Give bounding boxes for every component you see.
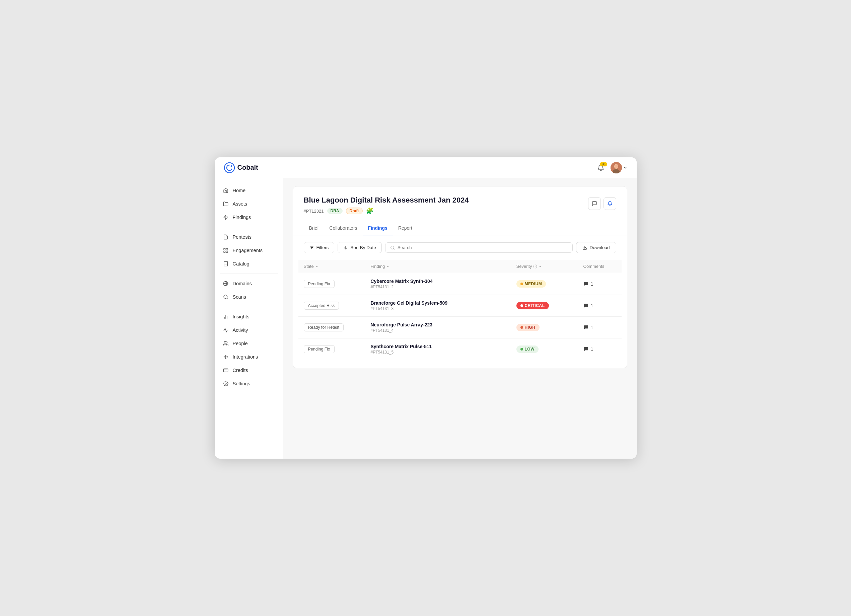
sidebar-label-pentests: Pentests xyxy=(233,234,251,240)
tabs: Brief Collaborators Findings Report xyxy=(293,221,627,235)
cell-comments: 1 xyxy=(578,273,622,295)
sort-label: Sort By Date xyxy=(350,245,376,250)
sidebar-item-insights[interactable]: Insights xyxy=(215,310,283,323)
alert-button[interactable] xyxy=(603,197,616,210)
severity-badge: CRITICAL xyxy=(516,302,549,310)
sidebar-item-domains[interactable]: Domains xyxy=(215,277,283,290)
tab-brief[interactable]: Brief xyxy=(304,221,324,235)
comment-button[interactable] xyxy=(588,197,601,210)
state-badge: Accepted Risk xyxy=(304,302,339,310)
sidebar-item-catalog[interactable]: Catalog xyxy=(215,257,283,270)
severity-sort-icon xyxy=(538,265,542,268)
table-row[interactable]: Ready for Retest Neuroforge Pulse Array-… xyxy=(298,317,622,338)
sidebar-item-home[interactable]: Home xyxy=(215,184,283,197)
notifications-button[interactable]: 98 xyxy=(596,163,606,173)
sidebar-item-people[interactable]: People xyxy=(215,337,283,350)
home-icon xyxy=(223,188,229,194)
cell-comments: 1 xyxy=(578,317,622,338)
severity-dot xyxy=(520,348,523,350)
table-row[interactable]: Accepted Risk Braneforge Gel Digital Sys… xyxy=(298,295,622,317)
table-header: State Finding xyxy=(298,260,622,273)
svg-rect-8 xyxy=(226,248,228,250)
findings-table: State Finding xyxy=(298,260,622,360)
finding-name: Synthcore Matrix Pulse-511 xyxy=(371,344,506,349)
sidebar-label-findings: Findings xyxy=(233,215,251,220)
severity-badge: MEDIUM xyxy=(516,280,546,288)
comment-bubble-icon xyxy=(583,303,589,308)
cell-severity: CRITICAL xyxy=(511,295,578,317)
project-title: Blue Lagoon Digital Risk Assessment Jan … xyxy=(304,196,616,204)
download-icon xyxy=(582,245,587,250)
severity-dot xyxy=(520,326,523,329)
comment-bubble-icon xyxy=(583,325,589,330)
sidebar-label-catalog: Catalog xyxy=(233,261,250,266)
severity-info-icon xyxy=(533,264,537,269)
sidebar-label-integrations: Integrations xyxy=(233,354,258,359)
card-actions xyxy=(588,197,616,210)
sidebar-item-engagements[interactable]: Engagements xyxy=(215,244,283,257)
sidebar-item-assets[interactable]: Assets xyxy=(215,198,283,210)
finding-id: #PT54131_4 xyxy=(371,328,506,333)
project-meta: #PT12321 DRA Draft 🧩 xyxy=(304,207,616,215)
cell-severity: MEDIUM xyxy=(511,273,578,295)
sidebar-item-settings[interactable]: Settings xyxy=(215,377,283,390)
findings-tbody: Pending Fix Cybercore Matrix Synth-304 #… xyxy=(298,273,622,360)
sidebar-item-pentests[interactable]: Pentests xyxy=(215,231,283,243)
cell-state: Ready for Retest xyxy=(298,317,365,338)
filters-button[interactable]: Filters xyxy=(304,242,335,253)
domains-icon xyxy=(223,281,229,287)
comment-icon xyxy=(592,201,597,206)
comment-bubble-icon xyxy=(583,281,589,287)
table-row[interactable]: Pending Fix Synthcore Matrix Pulse-511 #… xyxy=(298,338,622,360)
comments-cell: 1 xyxy=(583,347,616,352)
search-input[interactable] xyxy=(397,245,568,250)
sort-button[interactable]: Sort By Date xyxy=(338,242,382,253)
sidebar-label-assets: Assets xyxy=(233,201,248,207)
download-button[interactable]: Download xyxy=(576,242,616,253)
cell-state: Pending Fix xyxy=(298,338,365,360)
integrations-icon xyxy=(223,354,229,360)
main-layout: Home Assets Findings xyxy=(215,178,637,459)
avatar-button[interactable] xyxy=(610,162,627,173)
sidebar-label-scans: Scans xyxy=(233,294,246,300)
sidebar-label-engagements: Engagements xyxy=(233,248,263,253)
project-id: #PT12321 xyxy=(304,209,324,213)
toolbar: Filters Sort By Date Download xyxy=(293,235,627,260)
pentests-icon xyxy=(223,234,229,240)
sidebar-item-integrations[interactable]: Integrations xyxy=(215,350,283,363)
insights-icon xyxy=(223,314,229,320)
svg-marker-6 xyxy=(224,215,228,219)
filters-label: Filters xyxy=(316,245,329,250)
sidebar-item-credits[interactable]: Credits xyxy=(215,364,283,377)
search-wrapper xyxy=(385,242,573,253)
sidebar-item-activity[interactable]: Activity xyxy=(215,324,283,337)
finding-id: #PT54131_5 xyxy=(371,350,506,355)
cell-finding: Neuroforge Pulse Array-223 #PT54131_4 xyxy=(365,317,511,338)
tab-findings[interactable]: Findings xyxy=(363,221,393,235)
col-header-finding: Finding xyxy=(365,260,511,273)
finding-name: Braneforge Gel Digital System-509 xyxy=(371,300,506,306)
tab-report[interactable]: Report xyxy=(393,221,418,235)
svg-point-5 xyxy=(615,164,618,168)
table-row[interactable]: Pending Fix Cybercore Matrix Synth-304 #… xyxy=(298,273,622,295)
nav-divider-2 xyxy=(220,273,278,274)
sidebar-label-settings: Settings xyxy=(233,381,250,386)
sidebar-label-activity: Activity xyxy=(233,328,248,333)
puzzle-icon: 🧩 xyxy=(366,207,373,215)
filter-icon xyxy=(310,245,314,250)
badge-draft: Draft xyxy=(346,207,363,214)
comments-cell: 1 xyxy=(583,303,616,308)
tab-collaborators[interactable]: Collaborators xyxy=(324,221,362,235)
search-icon xyxy=(390,245,395,250)
assets-icon xyxy=(223,201,229,207)
cell-finding: Cybercore Matrix Synth-304 #PT54131_2 xyxy=(365,273,511,295)
sort-icon xyxy=(343,245,348,250)
severity-badge: LOW xyxy=(516,346,539,353)
sidebar-item-scans[interactable]: Scans xyxy=(215,291,283,303)
engagements-icon xyxy=(223,247,229,254)
notifications-badge: 98 xyxy=(600,162,607,167)
credits-icon xyxy=(223,367,229,373)
sidebar-item-findings[interactable]: Findings xyxy=(215,211,283,224)
project-card: Blue Lagoon Digital Risk Assessment Jan … xyxy=(293,186,627,368)
comments-cell: 1 xyxy=(583,281,616,287)
